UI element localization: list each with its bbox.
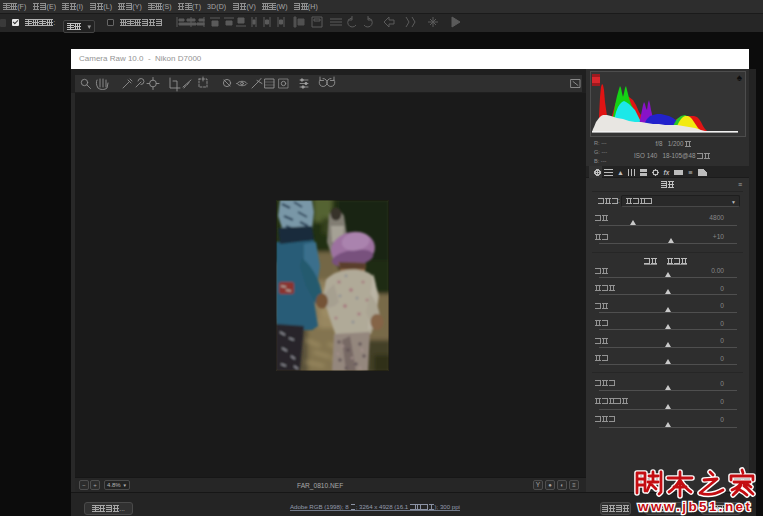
svg-text:www.jb51.net: www.jb51.net [637, 499, 752, 514]
